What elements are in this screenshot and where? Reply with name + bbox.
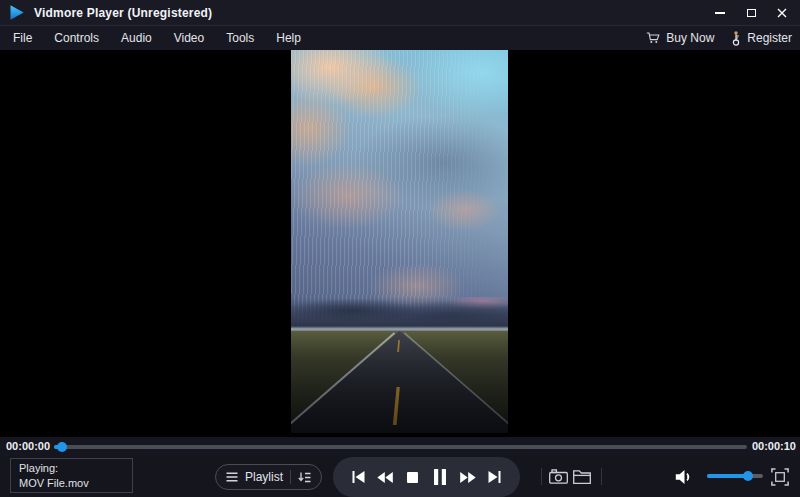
stop-button[interactable] xyxy=(401,465,425,489)
folder-icon xyxy=(573,470,591,484)
rewind-icon xyxy=(377,472,393,483)
cart-icon xyxy=(646,32,660,44)
separator xyxy=(601,468,602,485)
volume-thumb[interactable] xyxy=(743,471,753,481)
previous-icon xyxy=(352,471,365,483)
playlist-divider xyxy=(290,470,291,484)
next-button[interactable] xyxy=(483,465,507,489)
menu-video[interactable]: Video xyxy=(163,26,215,50)
menu-controls[interactable]: Controls xyxy=(43,26,110,50)
register-label: Register xyxy=(747,31,792,45)
pause-button[interactable] xyxy=(428,465,452,489)
menu-file[interactable]: File xyxy=(2,26,43,50)
rewind-button[interactable] xyxy=(373,465,397,489)
volume-slider[interactable] xyxy=(707,474,763,478)
seek-slider[interactable] xyxy=(54,445,747,449)
window-title: Vidmore Player (Unregistered) xyxy=(34,6,212,20)
seek-row: 00:00:00 00:00:10 xyxy=(0,437,800,456)
fast-forward-button[interactable] xyxy=(456,465,480,489)
key-icon xyxy=(731,31,741,46)
fullscreen-icon xyxy=(771,468,789,486)
video-stage xyxy=(0,50,800,437)
maximize-icon xyxy=(747,9,756,17)
buy-now-button[interactable]: Buy Now xyxy=(646,31,714,45)
video-streak-artifacts xyxy=(291,50,508,331)
close-button[interactable] xyxy=(773,3,791,22)
duration-time: 00:00:10 xyxy=(752,440,796,452)
snapshot-button[interactable] xyxy=(546,456,570,497)
menu-tools[interactable]: Tools xyxy=(215,26,265,50)
now-playing-box: Playing: MOV File.mov xyxy=(10,458,133,493)
video-vignette xyxy=(291,303,508,433)
minimize-button[interactable] xyxy=(711,3,729,22)
pause-icon xyxy=(434,469,446,485)
playlist-button[interactable]: Playlist xyxy=(215,464,322,490)
speaker-icon xyxy=(675,469,695,485)
minimize-icon xyxy=(715,12,725,14)
control-bar: Playing: MOV File.mov Playlist xyxy=(0,456,800,497)
volume-fill xyxy=(707,474,748,478)
playlist-label: Playlist xyxy=(245,470,283,484)
now-playing-filename: MOV File.mov xyxy=(19,476,124,491)
menu-audio[interactable]: Audio xyxy=(110,26,163,50)
previous-button[interactable] xyxy=(346,465,370,489)
window-controls xyxy=(711,0,791,25)
fast-forward-icon xyxy=(460,472,476,483)
elapsed-time: 00:00:00 xyxy=(6,440,50,452)
fullscreen-button[interactable] xyxy=(768,456,792,497)
maximize-button[interactable] xyxy=(742,3,760,22)
app-logo-icon xyxy=(8,4,25,21)
play-order-icon[interactable] xyxy=(298,472,311,483)
transport-controls xyxy=(333,457,520,497)
open-file-button[interactable] xyxy=(570,456,594,497)
next-icon xyxy=(488,471,501,483)
video-display[interactable] xyxy=(291,50,508,433)
now-playing-label: Playing: xyxy=(19,461,124,476)
close-icon xyxy=(777,8,787,18)
mute-button[interactable] xyxy=(672,456,698,497)
stop-icon xyxy=(407,472,418,483)
buy-now-label: Buy Now xyxy=(666,31,714,45)
separator xyxy=(541,468,542,485)
seek-thumb[interactable] xyxy=(57,442,67,452)
menubar-actions: Buy Now Register xyxy=(646,26,792,50)
camera-icon xyxy=(549,469,568,484)
menu-help[interactable]: Help xyxy=(265,26,312,50)
register-button[interactable]: Register xyxy=(731,31,792,46)
menu-bar: File Controls Audio Video Tools Help Buy… xyxy=(0,25,800,50)
list-icon xyxy=(226,472,238,482)
title-bar: Vidmore Player (Unregistered) xyxy=(0,0,800,25)
